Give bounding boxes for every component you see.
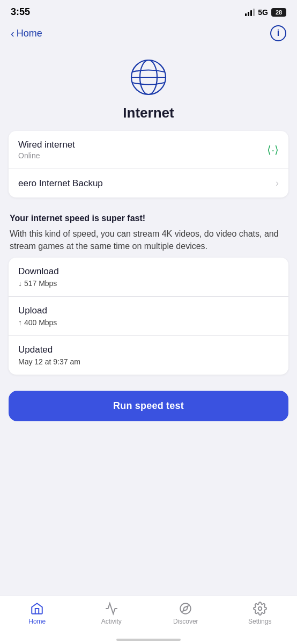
eero-chevron-icon: › [276, 178, 279, 189]
battery-indicator: 28 [271, 8, 286, 17]
speed-stats-card: Download ↓ 517 Mbps Upload ↑ 400 Mbps Up… [9, 258, 288, 375]
home-icon [30, 602, 44, 616]
download-value: ↓ 517 Mbps [18, 279, 279, 288]
signal-icon [245, 9, 255, 16]
network-type: 5G [258, 8, 268, 17]
discover-icon [179, 602, 192, 616]
nav-bar: ‹ Home i [0, 21, 297, 48]
activity-icon [105, 602, 118, 616]
upload-label: Upload [18, 305, 279, 316]
tab-activity[interactable]: Activity [75, 602, 149, 625]
back-button[interactable]: ‹ Home [11, 27, 42, 40]
tab-settings[interactable]: Settings [223, 602, 298, 625]
updated-label: Updated [18, 345, 279, 355]
upload-value: ↑ 400 Mbps [18, 318, 279, 327]
status-icons: 5G 28 [245, 8, 286, 17]
back-label: Home [17, 28, 42, 39]
back-chevron-icon: ‹ [11, 27, 14, 40]
info-icon: i [277, 28, 279, 38]
wired-internet-label: Wired internet [18, 140, 75, 150]
updated-stat-row: Updated May 12 at 9:37 am [9, 335, 288, 375]
run-speed-test-button[interactable]: Run speed test [9, 391, 288, 421]
speed-headline: Your internet speed is super fast! [10, 214, 287, 223]
updated-value: May 12 at 9:37 am [18, 357, 279, 366]
tab-home-label: Home [28, 618, 46, 625]
speed-body: With this kind of speed, you can stream … [10, 228, 287, 252]
connection-card: Wired internet Online ⟨·⟩ eero Internet … [9, 131, 288, 197]
svg-marker-4 [183, 606, 188, 611]
settings-icon [253, 602, 267, 616]
globe-icon [0, 53, 297, 101]
status-time: 3:55 [11, 6, 30, 18]
tab-settings-label: Settings [248, 618, 271, 625]
tab-discover-label: Discover [173, 618, 198, 625]
svg-point-5 [258, 607, 262, 611]
run-btn-container: Run speed test [0, 383, 297, 432]
wired-internet-row[interactable]: Wired internet Online ⟨·⟩ [9, 131, 288, 169]
download-stat-row: Download ↓ 517 Mbps [9, 258, 288, 296]
tab-activity-label: Activity [101, 618, 122, 625]
eero-backup-label: eero Internet Backup [18, 178, 103, 189]
info-button[interactable]: i [270, 25, 286, 41]
tab-home[interactable]: Home [0, 602, 75, 625]
page-title: Internet [0, 105, 297, 121]
tab-discover[interactable]: Discover [148, 602, 223, 625]
wired-internet-status: Online [18, 151, 75, 160]
download-label: Download [18, 266, 279, 277]
home-indicator [116, 639, 181, 641]
speed-description: Your internet speed is super fast! With … [0, 206, 297, 258]
tab-bar: Home Activity Discover Settings [0, 596, 297, 644]
online-icon: ⟨·⟩ [267, 143, 279, 156]
svg-point-3 [181, 603, 191, 614]
upload-stat-row: Upload ↑ 400 Mbps [9, 296, 288, 335]
status-bar: 3:55 5G 28 [0, 0, 297, 21]
eero-backup-row[interactable]: eero Internet Backup › [9, 169, 288, 197]
